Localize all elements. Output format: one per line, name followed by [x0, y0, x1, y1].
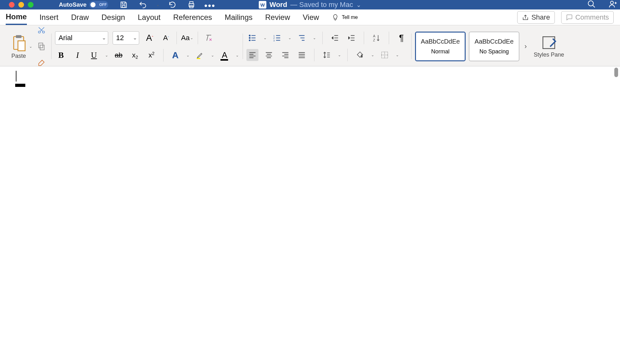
styles-pane-button[interactable]: Styles Pane [532, 35, 566, 58]
decrease-indent-button[interactable] [329, 32, 341, 44]
tab-insert[interactable]: Insert [40, 10, 59, 24]
undo-dropdown[interactable]: ⌄ [156, 3, 159, 7]
tab-draw[interactable]: Draw [71, 10, 89, 24]
underline-dropdown[interactable]: ⌄ [105, 53, 108, 58]
titlebar-right [587, 0, 617, 10]
share-button[interactable]: Share [517, 11, 555, 24]
cut-button[interactable] [35, 24, 47, 36]
styles-pane-label: Styles Pane [534, 52, 564, 58]
tab-mailings[interactable]: Mailings [225, 10, 252, 24]
autosave-toggle[interactable]: AutoSave OFF [59, 1, 108, 9]
shading-dropdown[interactable]: ⌄ [371, 53, 374, 57]
justify-button[interactable] [296, 49, 308, 61]
svg-rect-2 [189, 2, 193, 4]
paste-button[interactable]: Paste [9, 33, 28, 59]
text-cursor [16, 71, 16, 82]
svg-text:3: 3 [273, 39, 275, 42]
bold-button[interactable]: B [55, 49, 67, 61]
highlight-dropdown[interactable]: ⌄ [211, 53, 214, 58]
underline-button[interactable]: U [88, 49, 100, 61]
borders-dropdown[interactable]: ⌄ [396, 53, 399, 57]
document-page[interactable] [0, 66, 612, 364]
window-controls [9, 2, 34, 8]
font-color-button[interactable]: A [219, 49, 231, 61]
italic-button[interactable]: I [71, 49, 84, 61]
superscript-button[interactable]: x2 [146, 49, 158, 61]
grow-font-button[interactable]: Aˆ [144, 32, 156, 44]
svg-point-5 [611, 1, 613, 4]
bullets-button[interactable] [246, 32, 258, 44]
autosave-state: OFF [99, 3, 107, 7]
undo-button[interactable] [137, 0, 149, 11]
style-sample: AaBbCcDdEe [421, 38, 460, 45]
tab-review[interactable]: Review [265, 10, 290, 24]
change-case-button[interactable]: Aa⌄ [181, 32, 193, 44]
numbering-button[interactable]: 123 [271, 32, 283, 44]
tell-me[interactable]: Tell me [332, 14, 358, 21]
font-size-dropdown[interactable]: ⌄ [131, 35, 139, 41]
style-normal[interactable]: AaBbCcDdEe Normal [415, 32, 466, 61]
style-sample: AaBbCcDdEe [474, 38, 513, 45]
more-button[interactable]: ••• [204, 1, 213, 9]
shading-button[interactable] [354, 49, 366, 61]
tab-view[interactable]: View [303, 10, 319, 24]
tab-layout[interactable]: Layout [138, 10, 160, 24]
text-effects-button[interactable]: A [169, 49, 181, 61]
text-effects-dropdown[interactable]: ⌄ [186, 53, 189, 58]
strikethrough-button[interactable]: ab [113, 49, 125, 61]
align-right-button[interactable] [279, 49, 291, 61]
show-paragraph-marks-button[interactable]: ¶ [395, 32, 407, 44]
minimize-window-button[interactable] [18, 2, 24, 8]
numbering-dropdown[interactable]: ⌄ [288, 36, 291, 40]
redo-button[interactable] [166, 0, 178, 11]
group-paragraph: ⌄ 123⌄ ⌄ AZ ¶ ⌄ ⌄ ⌄ [243, 28, 411, 65]
close-window-button[interactable] [9, 2, 15, 8]
search-icon[interactable] [587, 0, 596, 10]
line-spacing-button[interactable] [321, 49, 333, 61]
font-name-input[interactable] [55, 34, 100, 42]
style-name: No Spacing [479, 48, 509, 55]
tab-home[interactable]: Home [6, 10, 27, 25]
align-center-button[interactable] [263, 49, 275, 61]
font-name-combo[interactable]: ⌄ [55, 31, 108, 45]
print-button[interactable] [185, 0, 197, 11]
svg-text:Z: Z [373, 38, 375, 42]
share-label: Share [531, 13, 550, 21]
sort-button[interactable]: AZ [370, 32, 382, 44]
autosave-switch[interactable]: OFF [89, 1, 108, 9]
font-size-combo[interactable]: ⌄ [113, 31, 139, 45]
paste-label: Paste [11, 53, 26, 59]
increase-indent-button[interactable] [345, 32, 357, 44]
multilevel-list-button[interactable] [296, 32, 308, 44]
highlight-button[interactable] [194, 49, 206, 61]
title-dropdown[interactable]: ⌄ [356, 1, 361, 9]
font-size-input[interactable] [113, 34, 131, 42]
copy-button[interactable] [35, 40, 47, 52]
align-left-button[interactable] [246, 49, 258, 61]
line-spacing-dropdown[interactable]: ⌄ [338, 53, 341, 57]
paste-dropdown[interactable]: ⌄ [29, 44, 32, 49]
clear-formatting-button[interactable] [202, 32, 214, 44]
account-icon[interactable] [609, 0, 617, 10]
shrink-font-button[interactable]: Aˇ [160, 32, 172, 44]
bullets-dropdown[interactable]: ⌄ [264, 36, 267, 40]
tab-references[interactable]: References [173, 10, 212, 24]
font-name-dropdown[interactable]: ⌄ [100, 35, 108, 41]
zoom-window-button[interactable] [28, 2, 34, 8]
vertical-scrollbar[interactable] [614, 68, 619, 363]
subscript-button[interactable]: x2 [129, 49, 141, 61]
styles-gallery-expand[interactable]: › [523, 42, 529, 51]
save-button[interactable] [118, 0, 130, 11]
tab-design[interactable]: Design [102, 10, 125, 24]
svg-rect-8 [18, 41, 25, 51]
group-font: ⌄ ⌄ Aˆ Aˇ Aa⌄ B I U⌄ ab x2 [51, 28, 243, 65]
comments-button[interactable]: Comments [561, 11, 614, 24]
borders-button[interactable] [379, 49, 391, 61]
svg-rect-0 [122, 5, 125, 7]
svg-point-4 [588, 1, 593, 6]
font-color-dropdown[interactable]: ⌄ [236, 53, 239, 58]
toggle-knob [90, 2, 96, 7]
scrollbar-thumb[interactable] [614, 68, 618, 77]
style-no-spacing[interactable]: AaBbCcDdEe No Spacing [469, 32, 519, 61]
multilevel-dropdown[interactable]: ⌄ [313, 36, 316, 40]
